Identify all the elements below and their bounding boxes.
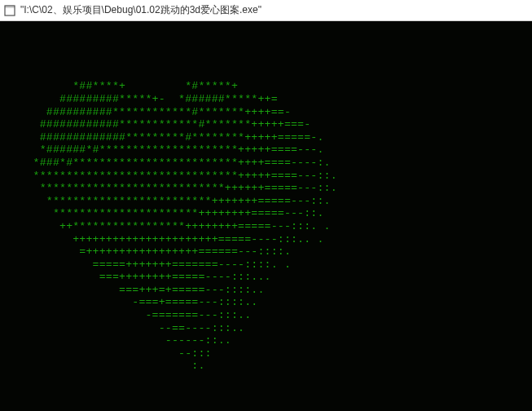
window-title: "I:\C\02、娱乐项目\Debug\01.02跳动的3d爱心图案.exe" (20, 3, 262, 17)
svg-rect-1 (5, 6, 15, 8)
ascii-heart-art: *##****+ *#*****+ #########*****+- *####… (0, 29, 532, 373)
title-bar: "I:\C\02、娱乐项目\Debug\01.02跳动的3d爱心图案.exe" (0, 0, 532, 21)
console-output: *##****+ *#*****+ #########*****+- *####… (0, 21, 532, 411)
app-icon (3, 4, 16, 17)
